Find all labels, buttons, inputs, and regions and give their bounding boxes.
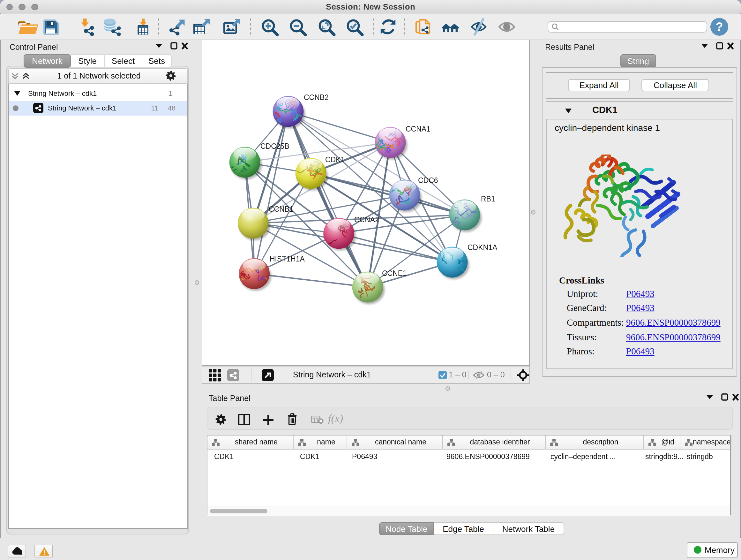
svg-text:CDC25B: CDC25B: [260, 142, 289, 150]
svg-text:CDC6: CDC6: [418, 176, 438, 185]
svg-text:RB1: RB1: [481, 195, 495, 203]
svg-text:CCNA2: CCNA2: [354, 215, 379, 224]
svg-text:?: ?: [716, 20, 723, 34]
svg-text:CCNB1: CCNB1: [269, 205, 293, 213]
svg-text:CDK1: CDK1: [325, 155, 345, 164]
svg-text:CCNB2: CCNB2: [304, 93, 329, 102]
svg-text:HIST1H1A: HIST1H1A: [270, 255, 305, 263]
svg-text:CDKN1A: CDKN1A: [468, 243, 497, 252]
svg-text:CCNE1: CCNE1: [382, 269, 407, 277]
svg-text:CCNA1: CCNA1: [406, 125, 430, 133]
